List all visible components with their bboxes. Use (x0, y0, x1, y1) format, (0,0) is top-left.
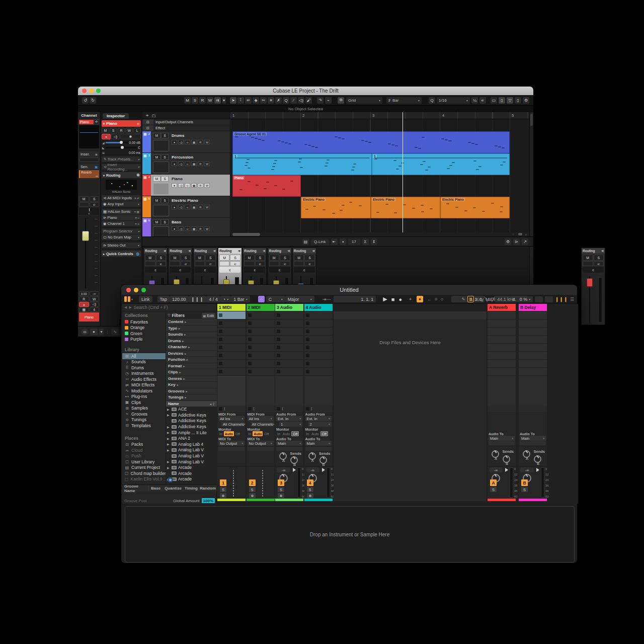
channel-solo-button[interactable]: S (90, 196, 100, 202)
peak-level-display[interactable]: -∞ (520, 467, 534, 472)
library-item[interactable]: ⇄ MIDI Effects (122, 382, 166, 388)
track-write-button[interactable]: W (204, 183, 210, 188)
expand-icon[interactable]: ▶ (167, 448, 170, 452)
strip-mute-button[interactable]: M (219, 255, 230, 261)
track-solo-button[interactable]: S (161, 198, 169, 203)
expand-icon[interactable]: ▶ (167, 442, 170, 446)
qlink-button[interactable]: Q-Link (311, 238, 329, 245)
library-item[interactable]: ⊷ Plug-Ins (122, 394, 166, 400)
zoom-tool-icon[interactable]: Q (283, 97, 289, 104)
snap-icon[interactable]: ⧉ (338, 97, 344, 104)
clip-slot[interactable] (247, 368, 275, 375)
solo-button[interactable]: S (307, 487, 313, 492)
metronome-pattern-icon[interactable]: ❙❙❙ (189, 296, 207, 302)
inspector-volume-row[interactable]: ◢ 0.00 dB (102, 141, 140, 144)
clip-stop-icon[interactable] (219, 362, 222, 365)
strip-edit-button[interactable]: ℮ (205, 261, 216, 266)
track-name[interactable]: Drums (172, 133, 184, 138)
track-solo-button[interactable]: S (161, 176, 169, 182)
filter-row[interactable]: Format▸ (166, 363, 217, 369)
filter-row[interactable]: Drums▸ (166, 338, 217, 344)
strip-edit-button[interactable]: ℮ (594, 261, 604, 266)
output-track-dropdown[interactable]: ⊳Piano▾ ℮ (102, 215, 141, 220)
plugin-item[interactable]: ▶ ANA 2 (166, 435, 217, 441)
strip-solo-button[interactable]: S (594, 255, 604, 261)
expand-icon[interactable]: ▶ (167, 425, 170, 429)
track-row[interactable]: ▦ 3 M S Percussion ● ◁) ℮ ▦ R W (142, 153, 230, 175)
track-monitor-button[interactable]: ◁) (178, 140, 184, 144)
grid-type-dropdown[interactable]: Grid▾ (346, 97, 382, 104)
strip-edit-button[interactable]: ℮ (230, 261, 240, 266)
clip-stop-icon[interactable] (277, 354, 280, 357)
preview-icon[interactable]: ◉ (168, 477, 173, 482)
track-activator[interactable]: 3 (278, 479, 284, 486)
clip-slot[interactable] (217, 360, 246, 367)
track-monitor-button[interactable]: ◁) (178, 162, 184, 166)
track-color-tab[interactable]: ▦ 3 (142, 153, 151, 174)
line-tool-icon[interactable]: ∕ (290, 97, 297, 104)
library-item[interactable]: ♪ Sounds (122, 359, 166, 365)
clip-stop-icon[interactable] (306, 346, 309, 349)
quantize-menu[interactable]: 1 Bar▾ (231, 296, 250, 302)
library-item[interactable]: ∺ Audio Effects (122, 376, 166, 382)
solo-button[interactable]: S (249, 487, 256, 492)
iterative-quantize-icon[interactable]: ¼ (471, 97, 478, 104)
reenable-automation-icon[interactable]: ← (427, 297, 432, 302)
horizontal-scrollbar[interactable]: − ＋ (230, 232, 529, 236)
mute-tool-icon[interactable]: ✗ (275, 97, 282, 104)
place-item[interactable]: ▢ Chord map builder (122, 470, 166, 476)
track-presets-dropdown[interactable]: ✎Track Presets...▾ (102, 156, 141, 162)
close-button[interactable] (82, 89, 87, 93)
track-row[interactable]: ▦ 2 M S Drums ● ◁) ℮ ▦ R W (142, 131, 230, 153)
cubase-titlebar[interactable]: Cubase LE Project - The Drift (78, 87, 533, 95)
window-layout-icon[interactable]: ▭ (491, 97, 497, 104)
io-to-dropdown[interactable]: No Output▾ (248, 441, 274, 446)
track-read-button[interactable]: R (198, 226, 203, 231)
filter-row[interactable]: Character▸ (166, 344, 217, 350)
strip-routing-header[interactable]: Routing⋖ (268, 248, 291, 254)
record-button[interactable]: ● (398, 296, 402, 302)
clip-slot[interactable] (275, 352, 303, 359)
track-edit-button[interactable]: ℮ (185, 205, 190, 209)
io-channel-dropdown[interactable]: All Channels▾ (221, 422, 245, 427)
inspector-monitor-button[interactable]: ◁) (111, 134, 120, 139)
track-write-button[interactable]: W (204, 226, 210, 231)
grid-value-dropdown[interactable]: ♯Bar▾ (386, 97, 422, 104)
track-row[interactable]: ▦ 5 M S Electric Piano ● ◁) ℮ ▦ R W (142, 196, 230, 218)
session-drop-zone[interactable]: Drop Files and Devices Here (334, 311, 487, 501)
clip-slot[interactable] (304, 336, 333, 343)
clip-stop-icon[interactable] (277, 362, 280, 365)
time-signature-field[interactable]: 4 / 4 (206, 296, 220, 302)
collection-item[interactable]: Green (122, 331, 166, 337)
io-to-dropdown[interactable]: Main▾ (520, 436, 546, 441)
clip-slot[interactable] (217, 328, 246, 335)
groove-base-col[interactable]: Base (149, 486, 163, 491)
expand-icon[interactable]: ▶ (167, 460, 170, 463)
setup-toolbar-icon[interactable]: ⚙ (523, 97, 529, 104)
glue-tool-icon[interactable]: ✕ (268, 97, 274, 104)
clip-stop-icon[interactable] (219, 330, 222, 333)
plugin-item[interactable]: ▶ Ample ... II Lite (166, 430, 217, 436)
expand-icon[interactable]: ▶ (167, 413, 170, 417)
library-item[interactable]: ≎ Tunings (122, 417, 166, 423)
place-item[interactable]: ▤ Current Project (122, 465, 166, 471)
channel-read-button[interactable]: R (79, 296, 89, 301)
strip-pan-control[interactable]: c (195, 267, 216, 273)
clip-stop-icon[interactable] (306, 338, 309, 341)
sort-icon[interactable]: ▲❘ (209, 402, 215, 406)
color-tool-icon[interactable]: 🖌 (305, 97, 312, 104)
strip-solo-button[interactable]: S (156, 255, 167, 261)
return-header[interactable]: A Reverb (488, 304, 516, 311)
track-instrument-button[interactable]: ▦ (191, 162, 197, 166)
zoom-slider[interactable] (518, 233, 522, 235)
clip-slot[interactable] (304, 328, 333, 335)
playhead[interactable] (403, 112, 403, 232)
strip-mute-button[interactable]: M (145, 255, 155, 261)
quantize-panel-icon[interactable]: ℮ (479, 97, 486, 104)
clip-slot[interactable] (247, 352, 275, 359)
channel-auto-slot[interactable] (79, 202, 89, 207)
track-header[interactable]: 3 Audio (275, 304, 303, 311)
search-input[interactable] (134, 305, 194, 310)
strip-routing-header[interactable]: Routing⋖ (144, 248, 167, 254)
track-name[interactable]: Piano (172, 177, 183, 181)
